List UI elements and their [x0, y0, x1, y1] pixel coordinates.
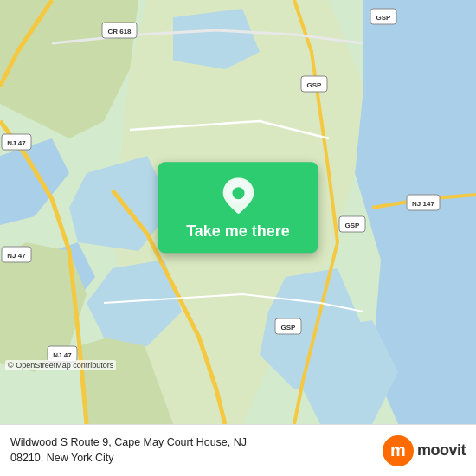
svg-text:GSP: GSP [376, 14, 392, 22]
svg-text:NJ 47: NJ 47 [7, 139, 26, 147]
moovit-logo-text: moovit [417, 441, 466, 460]
cta-label: Take me there [186, 222, 290, 241]
svg-text:NJ 47: NJ 47 [7, 252, 26, 260]
svg-text:NJ 147: NJ 147 [412, 200, 434, 208]
osm-attribution: © OpenStreetMap contributors [5, 360, 116, 370]
svg-point-20 [232, 187, 244, 199]
svg-text:CR 618: CR 618 [107, 28, 132, 35]
moovit-logo-icon: m [383, 435, 414, 466]
svg-text:GSP: GSP [281, 324, 297, 331]
address-text: Wildwood S Route 9, Cape May Court House… [10, 435, 383, 466]
svg-text:GSP: GSP [307, 81, 323, 89]
bottom-bar: Wildwood S Route 9, Cape May Court House… [0, 424, 476, 476]
map-container: NJ 47 NJ 47 NJ 47 CR 618 GSP GSP GSP GSP… [0, 0, 476, 424]
take-me-there-button[interactable]: Take me there [158, 162, 318, 253]
svg-text:GSP: GSP [345, 222, 361, 229]
location-pin-icon [222, 177, 254, 217]
svg-text:NJ 47: NJ 47 [53, 351, 72, 359]
moovit-logo: m moovit [383, 435, 466, 466]
